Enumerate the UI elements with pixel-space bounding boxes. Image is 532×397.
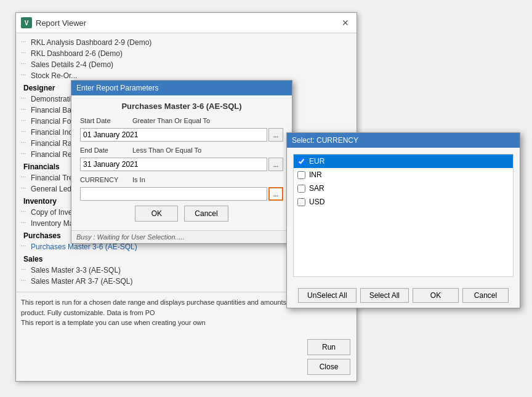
end-date-label-row: End Date Less Than Or Equal To (80, 146, 283, 154)
params-ok-cancel: OK Cancel (80, 206, 283, 222)
action-buttons: Run Close (307, 339, 350, 375)
params-ok-button[interactable]: OK (135, 206, 178, 222)
currency-dialog-buttons: UnSelect All Select All OK Cancel (287, 283, 520, 308)
params-dialog-titlebar: Enter Report Parameters (71, 81, 292, 95)
end-date-condition: Less Than Or Equal To (132, 146, 283, 154)
currency-input[interactable] (80, 187, 267, 201)
currency-item-inr[interactable]: INR (294, 168, 513, 182)
report-viewer-titlebar: V Report Viewer ✕ (16, 13, 357, 33)
params-cancel-button[interactable]: Cancel (184, 206, 228, 222)
currency-ok-button[interactable]: OK (413, 288, 459, 303)
start-date-input[interactable] (80, 128, 267, 142)
tree-item-sales-details[interactable]: Sales Details 2-4 (Demo) (21, 59, 352, 70)
currency-checkbox-eur[interactable] (297, 158, 305, 166)
params-status-bar: Busy : Waiting for User Selection..... (71, 230, 292, 243)
unselect-all-button[interactable]: UnSelect All (298, 288, 357, 303)
params-dialog-content: Purchases Master 3-6 (AE-SQL) Start Date… (71, 95, 292, 230)
start-date-label: Start Date (80, 117, 132, 124)
currency-checkbox-sar[interactable] (297, 185, 305, 193)
params-report-title: Purchases Master 3-6 (AE-SQL) (80, 102, 283, 111)
start-date-condition: Greater Than Or Equal To (132, 117, 283, 124)
currency-dialog: Select: CURRENCY EUR INR SAR USD UnSelec… (286, 132, 520, 308)
tree-item-rkl-dashboard-29[interactable]: RKL Analysis Dashboard 2-9 (Demo) (21, 37, 352, 48)
start-date-label-row: Start Date Greater Than Or Equal To (80, 117, 283, 124)
currency-input-row: ... (80, 187, 283, 201)
currency-dialog-titlebar: Select: CURRENCY (287, 133, 520, 148)
window-title: Report Viewer (36, 18, 86, 28)
description-text-2: This report is a template you can use wh… (21, 318, 352, 328)
currency-browse-button[interactable]: ... (268, 187, 283, 201)
currency-cancel-button[interactable]: Cancel (462, 288, 509, 303)
titlebar-left: V Report Viewer (21, 17, 86, 28)
start-date-input-row: ... (80, 128, 283, 142)
end-date-browse-button[interactable]: ... (268, 158, 283, 171)
currency-label-inr: INR (309, 170, 322, 179)
currency-label-usd: USD (309, 198, 324, 206)
currency-checkbox-usd[interactable] (297, 198, 305, 206)
currency-item-sar[interactable]: SAR (294, 182, 513, 195)
window-close-button[interactable]: ✕ (339, 17, 352, 29)
run-button[interactable]: Run (307, 339, 350, 355)
currency-checkbox-inr[interactable] (297, 171, 305, 179)
end-date-input[interactable] (80, 158, 267, 171)
currency-label-eur: EUR (309, 157, 324, 166)
currency-list[interactable]: EUR INR SAR USD (293, 154, 514, 277)
select-all-button[interactable]: Select All (360, 288, 409, 303)
currency-item-eur[interactable]: EUR (294, 154, 513, 168)
currency-item-usd[interactable]: USD (294, 195, 513, 209)
currency-label-row: CURRENCY Is In (80, 176, 283, 183)
app-icon: V (21, 17, 32, 28)
tree-item-rkl-dashboard-26[interactable]: RKL Dashboard 2-6 (Demo) (21, 48, 352, 59)
end-date-input-row: ... (80, 158, 283, 171)
start-date-browse-button[interactable]: ... (268, 128, 283, 142)
end-date-label: End Date (80, 146, 132, 154)
params-dialog: Enter Report Parameters Purchases Master… (71, 80, 292, 244)
close-button[interactable]: Close (307, 359, 350, 375)
currency-condition: Is In (132, 176, 283, 183)
currency-label-sar: SAR (309, 184, 324, 193)
currency-label: CURRENCY (80, 176, 132, 183)
